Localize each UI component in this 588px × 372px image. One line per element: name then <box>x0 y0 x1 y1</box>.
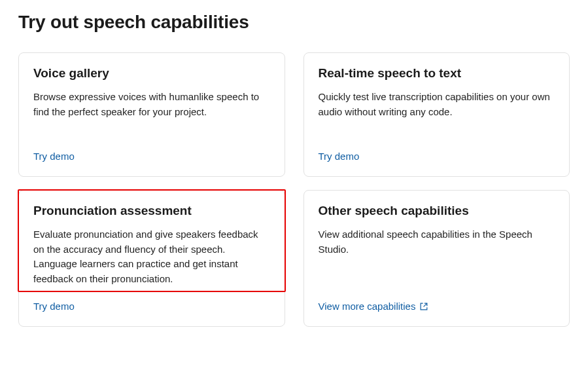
card-description: View additional speech capabilities in t… <box>319 227 555 286</box>
card-title: Real-time speech to text <box>319 66 555 81</box>
try-demo-link-voice-gallery[interactable]: Try demo <box>33 151 75 162</box>
card-realtime-stt: Real-time speech to text Quickly test li… <box>303 52 570 177</box>
card-grid: Voice gallery Browse expressive voices w… <box>18 52 570 327</box>
card-description: Quickly test live transcription capabili… <box>319 90 555 136</box>
card-voice-gallery: Voice gallery Browse expressive voices w… <box>18 52 285 177</box>
card-other-capabilities: Other speech capabilities View additiona… <box>303 190 570 327</box>
external-link-icon <box>419 302 428 311</box>
card-description: Browse expressive voices with humanlike … <box>33 90 270 136</box>
link-label: View more capabilities <box>319 301 416 312</box>
card-title: Voice gallery <box>33 66 270 81</box>
card-title: Other speech capabilities <box>319 204 555 218</box>
try-demo-link-realtime-stt[interactable]: Try demo <box>319 151 360 162</box>
card-title: Pronunciation assessment <box>33 204 270 218</box>
page-title: Try out speech capabilities <box>18 12 570 33</box>
view-more-capabilities-link[interactable]: View more capabilities <box>319 301 429 312</box>
try-demo-link-pronunciation[interactable]: Try demo <box>33 301 75 312</box>
card-pronunciation-assessment: Pronunciation assessment Evaluate pronun… <box>18 190 285 327</box>
card-description: Evaluate pronunciation and give speakers… <box>33 227 270 286</box>
